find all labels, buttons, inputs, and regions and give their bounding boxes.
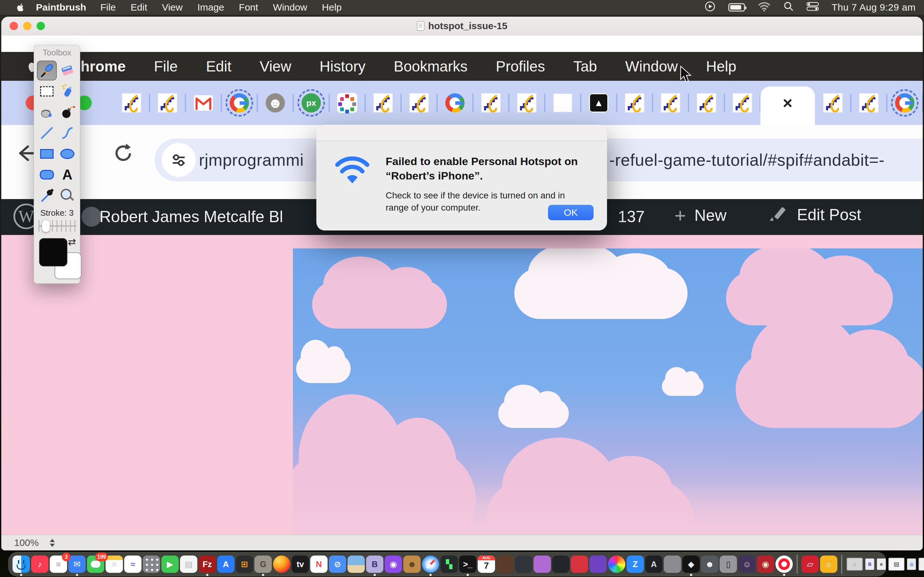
app[interactable]	[515, 555, 533, 573]
site-name-link[interactable]: Robert James Metcalfe Bl	[99, 207, 283, 226]
gauge-app[interactable]: ◉	[756, 555, 774, 573]
filezilla[interactable]: Fz	[198, 555, 216, 573]
app[interactable]	[496, 555, 514, 573]
messages[interactable]: 199	[87, 555, 105, 573]
dialog-header[interactable]	[317, 125, 607, 141]
tool-bomb[interactable]	[57, 102, 78, 122]
tab-blank[interactable]: px ☻ ▲	[545, 81, 581, 125]
foreground-color-swatch[interactable]	[39, 238, 67, 266]
tab-rjm[interactable]: px ☻ ▲	[401, 81, 437, 125]
inkscape[interactable]: ◆	[682, 555, 700, 573]
tab-rjm[interactable]: px ☻ ▲	[113, 81, 150, 125]
dock-divider[interactable]	[796, 554, 798, 574]
music[interactable]: ♪	[31, 555, 49, 573]
battery-icon[interactable]	[728, 3, 745, 11]
freeform[interactable]: ≈	[124, 555, 142, 573]
zoom[interactable]: Z	[626, 555, 644, 573]
menu-item[interactable]: File	[100, 2, 116, 13]
reload-button[interactable]	[111, 142, 135, 166]
app[interactable]: A	[645, 555, 663, 573]
tab-profile[interactable]: px ☻ ▲	[257, 81, 293, 125]
content-blocker[interactable]: ⊘	[328, 555, 347, 573]
tool-curve[interactable]	[57, 122, 78, 143]
safari[interactable]	[422, 555, 439, 573]
zoom-stepper[interactable]	[50, 539, 55, 547]
menu-item[interactable]: View	[162, 2, 183, 13]
tab-rjm[interactable]: px ☻ ▲	[851, 81, 887, 125]
swap-colors-icon[interactable]: ⇄	[68, 236, 76, 247]
tab-google-loading[interactable]: px ☻ ▲	[221, 81, 257, 125]
menu-item[interactable]: Image	[197, 2, 224, 13]
minimized-chrome[interactable]: ◍	[918, 555, 924, 573]
color-wheel-app[interactable]	[607, 555, 626, 573]
tool-line[interactable]	[37, 122, 57, 143]
chrome-menu-item[interactable]: Edit	[206, 58, 231, 75]
bbedit[interactable]: B	[366, 555, 384, 573]
tab-rjm[interactable]: px ☻ ▲	[365, 81, 401, 125]
app-store[interactable]: A	[217, 555, 235, 573]
tab-rjm[interactable]: px ☻ ▲	[815, 81, 851, 125]
comment-count[interactable]: 137	[618, 207, 645, 226]
tab-rjm[interactable]: px ☻ ▲	[724, 81, 760, 125]
minimized-terminal[interactable]: ▤	[887, 555, 905, 573]
text-document[interactable]: ▤	[180, 555, 198, 573]
dark-utility[interactable]: ▚	[440, 555, 458, 573]
play-icon[interactable]	[704, 1, 716, 14]
tool-rectangle[interactable]	[37, 143, 57, 164]
minimized-audio[interactable]: ♪	[846, 555, 864, 573]
chrome-menu-item[interactable]: Bookmarks	[394, 58, 467, 75]
spotlight-search-icon[interactable]	[783, 1, 794, 14]
tab-google[interactable]: px ☻ ▲	[437, 81, 473, 125]
control-center-icon[interactable]	[806, 2, 819, 13]
wifi-icon[interactable]	[758, 1, 771, 14]
tab-google-loading[interactable]: px ☻ ▲	[887, 81, 923, 125]
firefox[interactable]	[273, 555, 291, 573]
news[interactable]: N	[310, 555, 328, 573]
app[interactable]	[589, 555, 607, 573]
calendar[interactable]: AUG7	[477, 555, 495, 573]
tool-rounded-rectangle[interactable]	[37, 164, 57, 185]
ok-button[interactable]: OK	[548, 205, 594, 220]
cat-app[interactable]: ☺	[738, 555, 756, 573]
menu-bar-clock[interactable]: Thu 7 Aug 9:29 am	[832, 2, 916, 13]
app[interactable]	[664, 555, 682, 573]
cards-app[interactable]: ▱	[801, 555, 819, 573]
iphone-mirroring[interactable]: ▯	[719, 555, 737, 573]
tab-rjm[interactable]: px ☻ ▲	[653, 81, 688, 125]
apple-menu-icon[interactable]	[14, 2, 26, 13]
active-app-name[interactable]: Paintbrush	[36, 2, 86, 13]
app[interactable]	[533, 555, 551, 573]
chrome-menu-item[interactable]: Profiles	[496, 58, 545, 75]
chrome-menu-item[interactable]: Window	[625, 58, 678, 75]
tool-ellipse[interactable]	[57, 143, 78, 164]
photo-preview[interactable]	[347, 555, 365, 573]
tab-rjm[interactable]: px ☻ ▲	[617, 81, 653, 125]
edit-post-button[interactable]: Edit Post	[770, 205, 861, 224]
minimize-window-button[interactable]	[23, 22, 31, 30]
podcasts[interactable]: ◉	[384, 555, 402, 573]
app[interactable]	[552, 555, 570, 573]
paintbrush-canvas[interactable]: ChromeFileEditViewHistoryBookmarksProfil…	[1, 35, 923, 535]
contacts[interactable]: ☻	[403, 555, 421, 573]
toolbox-palette[interactable]: Toolbox	[34, 45, 80, 284]
chrome-menu-item[interactable]: Tab	[573, 58, 597, 75]
menu-item[interactable]: Font	[239, 2, 258, 13]
game-background-image[interactable]: Plane Refuel Ga Difficulty: Mod (Place F…	[293, 248, 923, 535]
mail[interactable]: ✉	[68, 555, 86, 573]
minimized-doc[interactable]: B	[864, 555, 875, 573]
calculator[interactable]: ⊞	[236, 555, 254, 573]
dock-divider[interactable]	[841, 554, 842, 574]
tool-fill[interactable]	[37, 102, 57, 122]
chrome-menu-item[interactable]: View	[260, 58, 291, 75]
stroke-slider[interactable]	[39, 220, 76, 232]
tab-photos[interactable]: px ☻ ▲	[581, 81, 617, 125]
tool-eyedropper[interactable]	[37, 185, 57, 206]
menu-item[interactable]: Edit	[131, 2, 147, 13]
chrome-menu-item[interactable]: File	[154, 58, 178, 75]
elephant-app[interactable]: ☻	[701, 555, 719, 573]
tool-paintbrush[interactable]	[37, 60, 57, 81]
slider-thumb[interactable]	[42, 219, 50, 232]
tab-pixabay[interactable]: px ☻ ▲	[293, 81, 329, 125]
tool-text[interactable]: A	[57, 164, 78, 185]
tab-rjm[interactable]: px ☻ ▲	[688, 81, 724, 125]
